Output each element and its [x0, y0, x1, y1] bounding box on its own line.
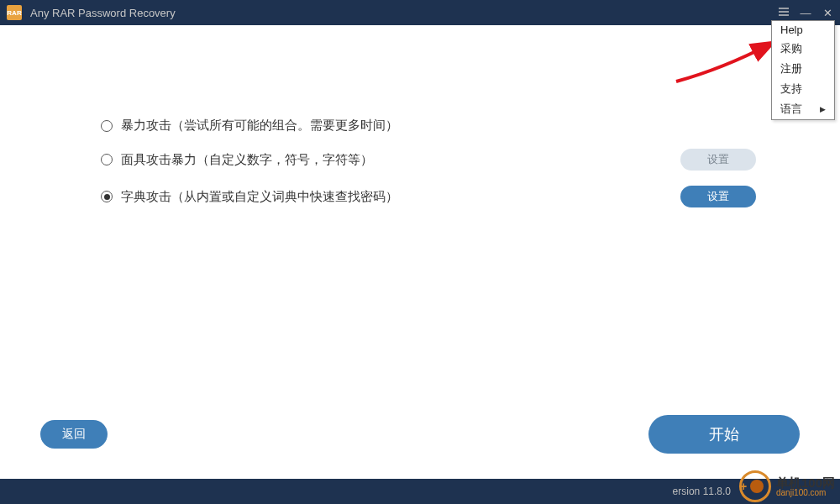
footer: ersion 11.8.0: [0, 479, 840, 504]
radio-icon: [101, 120, 113, 132]
menu-item-label: 语言: [780, 102, 802, 117]
window-controls: — ✕: [778, 7, 833, 19]
radio-icon: [101, 154, 113, 165]
option-brute-force[interactable]: 暴力攻击（尝试所有可能的组合。需要更多时间）: [101, 118, 756, 134]
menu-item-label: 采购: [780, 41, 802, 56]
menu-item-label: Help: [780, 24, 803, 36]
bottom-buttons: 返回 开始: [0, 415, 840, 454]
option-label: 暴力攻击（尝试所有可能的组合。需要更多时间）: [121, 118, 398, 134]
menu-item-purchase[interactable]: 采购: [772, 39, 834, 59]
main-content: 暴力攻击（尝试所有可能的组合。需要更多时间） 面具攻击暴力（自定义数字，符号，字…: [0, 25, 840, 479]
start-button[interactable]: 开始: [648, 415, 800, 454]
option-dictionary-attack[interactable]: 字典攻击（从内置或自定义词典中快速查找密码） 设置: [101, 186, 756, 207]
minimize-button[interactable]: —: [800, 7, 811, 19]
version-text: ersion 11.8.0: [673, 486, 731, 497]
menu-item-label: 注册: [780, 61, 802, 76]
menu-item-language[interactable]: 语言▶: [772, 99, 834, 119]
chevron-right-icon: ▶: [820, 105, 826, 113]
titlebar: RAR Any RAR Password Recovery — ✕: [0, 0, 840, 25]
menu-item-help[interactable]: Help: [772, 21, 834, 39]
back-button[interactable]: 返回: [40, 420, 108, 449]
option-label: 字典攻击（从内置或自定义词典中快速查找密码）: [121, 189, 398, 205]
settings-button[interactable]: 设置: [680, 186, 756, 207]
menu-item-label: 支持: [780, 81, 802, 97]
menu-item-support[interactable]: 支持: [772, 79, 834, 99]
app-icon: RAR: [7, 5, 22, 20]
menu-button[interactable]: [778, 7, 790, 19]
app-title: Any RAR Password Recovery: [30, 7, 176, 19]
close-button[interactable]: ✕: [822, 7, 833, 19]
dropdown-menu: Help 采购 注册 支持 语言▶: [771, 20, 835, 120]
settings-button-disabled: 设置: [680, 149, 756, 171]
menu-item-register[interactable]: 注册: [772, 59, 834, 79]
radio-icon-selected: [101, 191, 113, 202]
option-mask-attack[interactable]: 面具攻击暴力（自定义数字，符号，字符等） 设置: [101, 149, 756, 171]
option-label: 面具攻击暴力（自定义数字，符号，字符等）: [121, 152, 373, 168]
